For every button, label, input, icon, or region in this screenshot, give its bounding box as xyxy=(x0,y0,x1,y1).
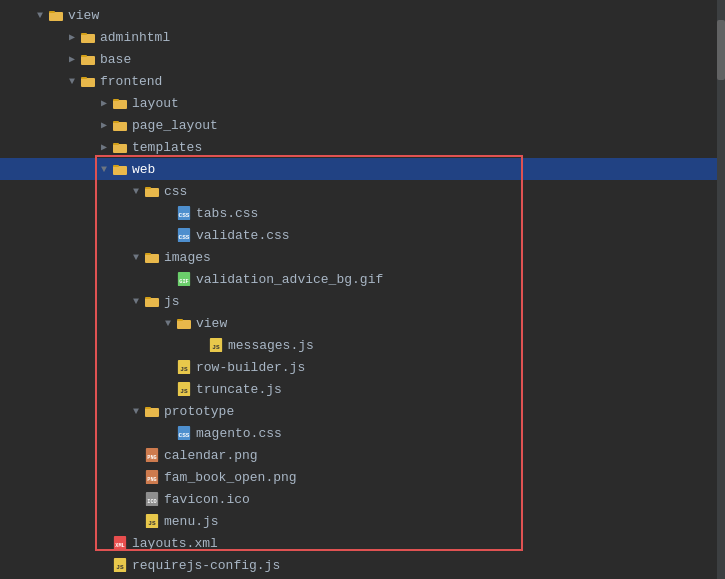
folder-icon xyxy=(112,117,128,133)
item-label: frontend xyxy=(100,74,162,89)
tree-row[interactable]: CSS validate.css xyxy=(0,224,725,246)
item-label: web xyxy=(132,162,155,177)
tree-row[interactable]: js xyxy=(0,290,725,312)
folder-icon xyxy=(80,73,96,89)
item-label: messages.js xyxy=(228,338,314,353)
tree-row[interactable]: JS requirejs-config.js xyxy=(0,554,725,576)
tree-row[interactable]: adminhtml xyxy=(0,26,725,48)
tree-row[interactable]: JS menu.js xyxy=(0,510,725,532)
leaf-spacer xyxy=(160,227,176,243)
arrow-icon[interactable] xyxy=(128,183,144,199)
svg-rect-2 xyxy=(81,34,95,43)
tree-row[interactable]: page_layout xyxy=(0,114,725,136)
svg-rect-6 xyxy=(81,78,95,87)
tree-row[interactable]: CSS magento.css xyxy=(0,422,725,444)
tree-row[interactable]: PNG calendar.png xyxy=(0,444,725,466)
tree-row[interactable]: JS messages.js xyxy=(0,334,725,356)
arrow-icon[interactable] xyxy=(96,161,112,177)
tree-row[interactable]: GIF validation_advice_bg.gif xyxy=(0,268,725,290)
item-label: adminhtml xyxy=(100,30,170,45)
tree-row[interactable]: images xyxy=(0,246,725,268)
svg-rect-29 xyxy=(177,319,183,321)
scrollbar-thumb[interactable] xyxy=(717,20,725,80)
tree-row[interactable]: view xyxy=(0,312,725,334)
arrow-icon[interactable] xyxy=(128,403,144,419)
xml-file-icon: XML xyxy=(112,535,128,551)
svg-text:CSS: CSS xyxy=(179,432,190,439)
leaf-spacer xyxy=(128,447,144,463)
arrow-icon[interactable] xyxy=(96,117,112,133)
item-label: validate.css xyxy=(196,228,290,243)
templates-label: templates xyxy=(132,140,202,155)
file-tree: view adminhtml base xyxy=(0,0,725,579)
tree-row[interactable]: css xyxy=(0,180,725,202)
tree-row[interactable]: templates xyxy=(0,136,725,158)
item-label: view xyxy=(196,316,227,331)
folder-icon xyxy=(176,315,192,331)
tree-row[interactable]: view xyxy=(0,4,725,26)
leaf-spacer xyxy=(96,557,112,573)
svg-rect-22 xyxy=(145,254,159,263)
leaf-spacer xyxy=(160,359,176,375)
svg-rect-4 xyxy=(81,56,95,65)
svg-text:JS: JS xyxy=(180,388,188,395)
svg-rect-27 xyxy=(145,297,151,299)
ico-file-icon: ICO xyxy=(144,491,160,507)
css-file-icon: CSS xyxy=(176,425,192,441)
tree-row[interactable]: base xyxy=(0,48,725,70)
item-label: css xyxy=(164,184,187,199)
svg-rect-1 xyxy=(49,11,55,13)
js-file-icon: JS xyxy=(176,381,192,397)
svg-rect-3 xyxy=(81,33,87,35)
arrow-icon[interactable] xyxy=(96,95,112,111)
tree-row[interactable]: XML layouts.xml xyxy=(0,532,725,554)
leaf-spacer xyxy=(128,469,144,485)
png-file-icon: PNG xyxy=(144,469,160,485)
arrow-icon[interactable] xyxy=(32,7,48,23)
svg-text:XML: XML xyxy=(115,543,124,549)
svg-rect-37 xyxy=(145,407,151,409)
arrow-icon[interactable] xyxy=(128,249,144,265)
arrow-icon[interactable] xyxy=(128,293,144,309)
svg-rect-14 xyxy=(113,166,127,175)
svg-rect-12 xyxy=(113,144,127,153)
svg-rect-8 xyxy=(113,100,127,109)
svg-rect-17 xyxy=(145,187,151,189)
svg-rect-26 xyxy=(145,298,159,307)
js-file-icon: JS xyxy=(208,337,224,353)
svg-text:JS: JS xyxy=(212,344,220,351)
arrow-icon[interactable] xyxy=(64,73,80,89)
leaf-spacer xyxy=(160,425,176,441)
arrow-icon[interactable] xyxy=(64,51,80,67)
tree-row[interactable]: JS truncate.js xyxy=(0,378,725,400)
item-label: row-builder.js xyxy=(196,360,305,375)
svg-rect-10 xyxy=(113,122,127,131)
svg-text:PNG: PNG xyxy=(147,477,156,483)
item-label: js xyxy=(164,294,180,309)
arrow-icon[interactable] xyxy=(160,315,176,331)
arrow-icon[interactable] xyxy=(96,139,112,155)
tree-row[interactable]: JS row-builder.js xyxy=(0,356,725,378)
tree-row[interactable]: ICO favicon.ico xyxy=(0,488,725,510)
svg-rect-13 xyxy=(113,143,119,145)
tree-row[interactable]: layout xyxy=(0,92,725,114)
tree-row[interactable]: PNG fam_book_open.png xyxy=(0,466,725,488)
item-label: truncate.js xyxy=(196,382,282,397)
folder-icon xyxy=(144,249,160,265)
tree-row[interactable]: prototype xyxy=(0,400,725,422)
svg-rect-11 xyxy=(113,121,119,123)
leaf-spacer xyxy=(96,535,112,551)
leaf-spacer xyxy=(128,491,144,507)
arrow-icon[interactable] xyxy=(64,29,80,45)
item-label: validation_advice_bg.gif xyxy=(196,272,383,287)
scrollbar[interactable] xyxy=(717,0,725,579)
svg-rect-7 xyxy=(81,77,87,79)
svg-rect-15 xyxy=(113,165,119,167)
tree-row[interactable]: CSS tabs.css xyxy=(0,202,725,224)
tree-row[interactable]: frontend xyxy=(0,70,725,92)
gif-file-icon: GIF xyxy=(176,271,192,287)
svg-rect-0 xyxy=(49,12,63,21)
svg-rect-16 xyxy=(145,188,159,197)
folder-icon xyxy=(80,51,96,67)
tree-row[interactable]: web xyxy=(0,158,725,180)
